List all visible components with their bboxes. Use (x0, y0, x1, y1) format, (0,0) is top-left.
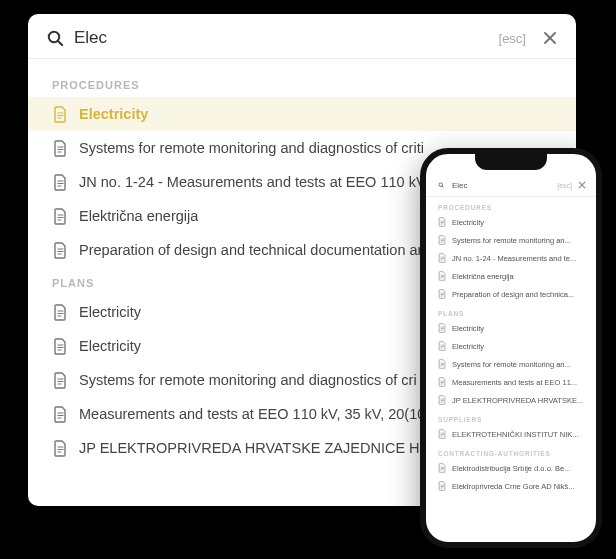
close-icon[interactable] (578, 181, 586, 189)
result-item[interactable]: Electricity (426, 337, 596, 355)
document-icon (438, 463, 446, 473)
document-icon (52, 303, 67, 321)
result-label: Electricity (452, 218, 484, 227)
result-item[interactable]: Električna energija (426, 267, 596, 285)
result-item[interactable]: Systems for remote monitoring an... (426, 231, 596, 249)
esc-hint: [esc] (557, 182, 572, 189)
result-label: JN no. 1-24 - Measurements and tests at … (79, 174, 440, 190)
document-icon (438, 217, 446, 227)
result-item[interactable]: Electricity (426, 213, 596, 231)
section-procedures-label: PROCEDURES (426, 197, 596, 213)
search-row: [esc] (28, 14, 576, 59)
result-label: Električna energija (452, 272, 514, 281)
document-icon (52, 207, 67, 225)
search-input[interactable] (74, 28, 489, 48)
mobile-inner: Elec [esc] PROCEDURES Electricity System… (426, 154, 596, 542)
result-label: Measurements and tests at EEO 110 kV, 35… (79, 406, 430, 422)
document-icon (52, 337, 67, 355)
document-icon (438, 323, 446, 333)
result-label: Electricity (452, 342, 484, 351)
result-label: Electricity (79, 304, 141, 320)
phone-notch (475, 154, 547, 170)
result-label: Elektrodistribucija Srbije d.o.o. Be... (452, 464, 570, 473)
result-item[interactable]: Electricity (426, 319, 596, 337)
document-icon (52, 439, 67, 457)
result-label: Electricity (79, 338, 141, 354)
document-icon (438, 341, 446, 351)
result-item[interactable]: Systems for remote monitoring an... (426, 355, 596, 373)
search-icon (438, 182, 444, 188)
result-item[interactable]: Elektroprivreda Crne Gore AD Nikš... (426, 477, 596, 495)
result-item[interactable]: Elektrodistribucija Srbije d.o.o. Be... (426, 459, 596, 477)
result-label: Preparation of design and technical docu… (79, 242, 426, 258)
esc-hint: [esc] (499, 31, 526, 46)
result-label: JP ELEKTROPRIVREDA HRVATSKE ZAJEDNICE HE… (79, 440, 450, 456)
result-item[interactable]: JN no. 1-24 - Measurements and te... (426, 249, 596, 267)
document-icon (438, 395, 446, 405)
document-icon (52, 105, 67, 123)
document-icon (438, 235, 446, 245)
document-icon (52, 405, 67, 423)
document-icon (52, 139, 67, 157)
result-label: Elektroprivreda Crne Gore AD Nikš... (452, 482, 575, 491)
search-icon (46, 29, 64, 47)
result-label: Systems for remote monitoring and diagno… (79, 140, 424, 156)
document-icon (438, 359, 446, 369)
document-icon (52, 173, 67, 191)
document-icon (438, 377, 446, 387)
result-item[interactable]: JP ELEKTROPRIVREDA HRVATSKE... (426, 391, 596, 409)
document-icon (438, 429, 446, 439)
mobile-search-row: Elec [esc] (426, 176, 596, 197)
document-icon (52, 241, 67, 259)
result-label: Systems for remote monitoring and diagno… (79, 372, 417, 388)
result-label: Electricity (79, 106, 148, 122)
result-label: Električna energija (79, 208, 198, 224)
result-item[interactable]: Preparation of design and technica... (426, 285, 596, 303)
document-icon (52, 371, 67, 389)
result-label: Systems for remote monitoring an... (452, 360, 571, 369)
result-label: Systems for remote monitoring an... (452, 236, 571, 245)
section-suppliers-label: SUPPLIERS (426, 409, 596, 425)
result-label: JN no. 1-24 - Measurements and te... (452, 254, 576, 263)
section-contracting-label: CONTRACTING-AUTHORITIES (426, 443, 596, 459)
document-icon (438, 481, 446, 491)
result-item[interactable]: Measurements and tests at EEO 11... (426, 373, 596, 391)
document-icon (438, 271, 446, 281)
section-procedures-label: PROCEDURES (28, 69, 576, 97)
result-label: ELEKTROTEHNIČKI INSTITUT NIK... (452, 430, 579, 439)
result-label: Measurements and tests at EEO 11... (452, 378, 577, 387)
close-icon[interactable] (542, 30, 558, 46)
result-label: Electricity (452, 324, 484, 333)
document-icon (438, 253, 446, 263)
result-label: JP ELEKTROPRIVREDA HRVATSKE... (452, 396, 583, 405)
result-item[interactable]: Electricity (28, 97, 576, 131)
document-icon (438, 289, 446, 299)
section-plans-label: PLANS (426, 303, 596, 319)
result-item[interactable]: ELEKTROTEHNIČKI INSTITUT NIK... (426, 425, 596, 443)
mobile-search-value[interactable]: Elec (452, 181, 468, 190)
mobile-preview: Elec [esc] PROCEDURES Electricity System… (420, 148, 602, 548)
result-label: Preparation of design and technica... (452, 290, 574, 299)
